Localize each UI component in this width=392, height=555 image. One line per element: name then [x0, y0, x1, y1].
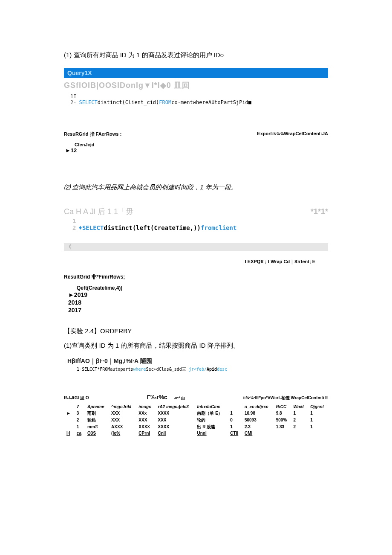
q1-sql: 1I 2·SELECTdistinct(Client_cid)FROMco·me… [64, 93, 328, 112]
q3-toolbar: HβIffAO｜βI··0｜Mg,I%I·A 陋园 [64, 357, 328, 365]
col-head: o_»c ddjrκc [242, 404, 274, 410]
q2-toolbar: Ca H A Jl 后 1 1「毋 *1*1* [64, 200, 328, 218]
col-head: Wα≠t [291, 404, 308, 410]
gray-bar: 《 [64, 243, 328, 251]
col-head: Apname [85, 404, 109, 410]
q2-toolbar-left: Ca H A Jl 后 1 1「毋 [64, 206, 133, 217]
col-head: Ojgcnt [308, 404, 328, 410]
col-head [64, 404, 74, 410]
q3-result-meta: RₑfₒItGI 里 O Γ‰r%c JIᶜᴬ 由 ii¾·¼·IE*po*VW… [64, 394, 328, 401]
q3-sql: 1·SELCCT*FROMautopartswhereSec≈dClas&_sd… [64, 366, 328, 372]
table-row[interactable]: 1 mm® AXXX XXXX XXXX 出 R 股瀛 1 2.3 1.33 2… [64, 424, 328, 430]
result-table: 7 Apname ^mgcJrikl imogc rA2 ınegc₀|nIc3… [64, 404, 328, 436]
q2-prompt: ⑵ 查询此汽车用品网上商城会员的创建时间段，1 年为一段。 [64, 183, 328, 192]
result-grid-label: RₑfₒItGI 里 O [64, 395, 89, 401]
year-row: ►2019 [68, 291, 328, 299]
col-head: rA2 ınegc₀|nIc3 [156, 404, 195, 410]
table-footer-row: I·I ca O3S (Io% CPrnI Cnli Unnl CTII CMI [64, 430, 328, 436]
table-row[interactable]: 2 轮贴 XXX XXX XXX 轮的 0 50093 500% 2 1 [64, 417, 328, 424]
q1-prompt: (1) 查询所有对商品 ID 为 1 的商品发表过评论的用户 IDo [64, 51, 328, 59]
col-head: 7 [74, 404, 85, 410]
q1-result-meta: ResuRGrid 指 FAerRows： Export:k¾¾WrapCelC… [64, 129, 328, 139]
col-head: RiCC [274, 404, 291, 410]
query-tab[interactable]: Query1X [64, 68, 328, 78]
year-row: 2018 [68, 299, 328, 306]
experiment-title: 【实验 2.4】ORDERBY [64, 327, 328, 335]
q1-col-header: CfenJcjd [64, 142, 328, 147]
q2-result-head: ResultGrid 非*FimrRows; [64, 273, 328, 281]
col-head [228, 404, 242, 410]
q2-export-line: I EXPQft ; t Wrap Cd｜8πtent; E [64, 259, 328, 265]
document-page: (1) 查询所有对商品 ID 为 1 的商品发表过评论的用户 IDo Query… [0, 0, 392, 479]
line-num: 1I [70, 93, 79, 99]
export-label: Export:k¾¾WrapCelContent:JA [257, 131, 328, 137]
year-row: 2017 [68, 306, 328, 314]
table-header-row: 7 Apname ^mgcJrikl imogc rA2 ınegc₀|nIc3… [64, 404, 328, 410]
q2-sql: 1 2♦SELECTdistinct(left(CreateTime,))fro… [64, 218, 328, 231]
line-num: 1 [72, 218, 78, 224]
filter-label: Γ‰r%c JIᶜᴬ 由 [147, 394, 185, 401]
q1-result-row: ►12 [64, 147, 328, 154]
col-head: ^mgcJrikl [109, 404, 136, 410]
q2-col-header: Qeft(Createlime,4)) [64, 285, 328, 291]
q2-years: ►2019 2018 2017 [64, 291, 328, 314]
table-row[interactable]: ► 3 雨刷 XXX XXx XXXX 南剧（单 E） 1 10.98 9.8 … [64, 410, 328, 417]
export-wrap-label: ii¾·¼·IE*po*VWcrt.柏髓 WrapCelContmti E [243, 395, 328, 401]
q2-toolbar-right: *1*1* [311, 207, 328, 216]
sql-line: 2·SELECTdistinct(Client_cid)FROMco·mentw… [70, 99, 322, 105]
col-head: InbxduCion [194, 404, 228, 410]
line-num: 2 [72, 224, 78, 231]
q3-prompt: (1)查询类别 ID 为 1 的所有商品，结果按照商品 ID 降序排列。 [64, 342, 328, 350]
result-grid-label: ResuRGrid 指 FAerRows： [64, 131, 123, 137]
col-head: imogc [136, 404, 155, 410]
q1-toolbar: GSflOIB|OOSIDonlg▼I*I◆0 皿回 [64, 78, 328, 93]
